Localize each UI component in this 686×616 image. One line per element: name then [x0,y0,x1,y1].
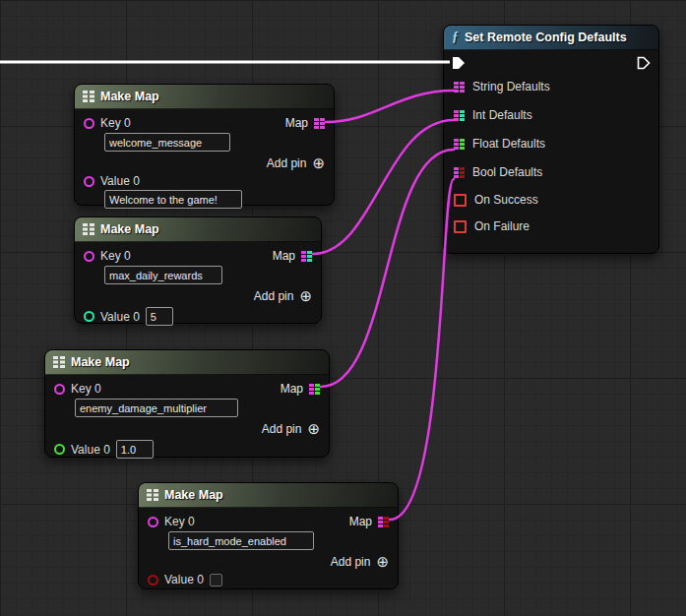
key-label: Key 0 [100,249,131,263]
function-icon: ƒ [452,30,459,45]
node-header[interactable]: ƒ Set Remote Config Defaults [444,26,658,50]
value-pin[interactable] [84,311,94,322]
int-defaults-pin[interactable] [454,110,465,121]
key-pin[interactable] [148,517,158,527]
add-pin-plus-icon: ⊕ [312,156,325,170]
key-value-input[interactable] [75,399,238,417]
string-defaults-pin[interactable] [454,82,465,92]
pin-label: Int Defaults [472,108,532,122]
node-header[interactable]: Make Map [45,350,329,375]
node-title: Set Remote Config Defaults [465,31,627,44]
value-label: Value 0 [164,573,204,586]
node-title: Make Map [164,488,223,502]
map-pin-label: Map [273,249,295,263]
add-pin-plus-icon: ⊕ [307,422,320,436]
add-pin-plus-icon: ⊕ [299,289,312,303]
key-pin[interactable] [84,251,94,262]
pin-label: String Defaults [472,80,550,93]
float-defaults-pin[interactable] [454,139,465,150]
bool-value-checkbox[interactable] [210,574,222,586]
pin-label: On Success [474,193,538,207]
add-pin-button[interactable]: Add pin ⊕ [139,555,398,569]
value-input[interactable] [146,307,173,326]
key-label: Key 0 [100,116,131,130]
map-pin-label: Map [281,382,303,396]
make-map-node-bool[interactable]: Make Map Key 0 Map Add pin ⊕ Value 0 [138,482,399,589]
node-header[interactable]: Make Map [75,85,334,109]
add-pin-button[interactable]: Add pin ⊕ [45,422,329,436]
make-map-icon [83,223,94,235]
map-output-pin[interactable] [309,384,320,395]
value-input[interactable] [116,440,154,459]
add-pin-label: Add pin [267,156,307,170]
exec-output-pin[interactable] [637,56,651,70]
pin-label: On Failure [474,219,530,233]
add-pin-label: Add pin [254,289,294,303]
make-map-icon [83,91,94,102]
node-title: Make Map [100,90,159,103]
map-pin-label: Map [285,116,308,130]
add-pin-plus-icon: ⊕ [376,555,389,569]
key-pin[interactable] [84,118,94,129]
key-value-input[interactable] [168,531,314,550]
make-map-icon [53,356,65,368]
key-label: Key 0 [71,382,101,396]
node-header[interactable]: Make Map [75,217,321,242]
node-title: Make Map [71,355,130,369]
key-label: Key 0 [164,515,195,528]
add-pin-label: Add pin [262,422,302,436]
map-output-pin[interactable] [378,517,389,527]
value-label: Value 0 [71,443,110,457]
value-label: Value 0 [100,174,140,188]
value-pin[interactable] [148,575,158,585]
add-pin-button[interactable]: Add pin ⊕ [75,156,334,170]
node-header[interactable]: Make Map [139,483,398,508]
pin-label: Bool Defaults [472,165,542,179]
make-map-node-float[interactable]: Make Map Key 0 Map Add pin ⊕ Value 0 [44,349,330,458]
on-failure-pin[interactable] [454,220,467,233]
on-success-pin[interactable] [454,194,467,207]
node-title: Make Map [100,222,159,236]
add-pin-button[interactable]: Add pin ⊕ [75,289,321,303]
set-remote-config-defaults-node[interactable]: ƒ Set Remote Config Defaults String Defa… [443,25,659,254]
map-output-pin[interactable] [314,118,325,129]
make-map-node-string[interactable]: Make Map Key 0 Map Add pin ⊕ Value 0 [74,84,335,206]
value-pin[interactable] [54,444,65,455]
make-map-icon [147,489,158,501]
add-pin-label: Add pin [331,555,371,569]
key-value-input[interactable] [104,266,222,284]
make-map-node-int[interactable]: Make Map Key 0 Map Add pin ⊕ Value 0 [74,216,322,324]
key-value-input[interactable] [104,133,230,152]
value-label: Value 0 [100,310,140,324]
value-pin[interactable] [84,176,94,187]
value-input[interactable] [104,190,242,209]
bool-defaults-pin[interactable] [454,167,465,178]
map-pin-label: Map [349,515,372,528]
key-pin[interactable] [54,384,65,395]
map-output-pin[interactable] [301,251,312,262]
exec-input-pin[interactable] [452,56,466,70]
pin-label: Float Defaults [472,137,545,151]
